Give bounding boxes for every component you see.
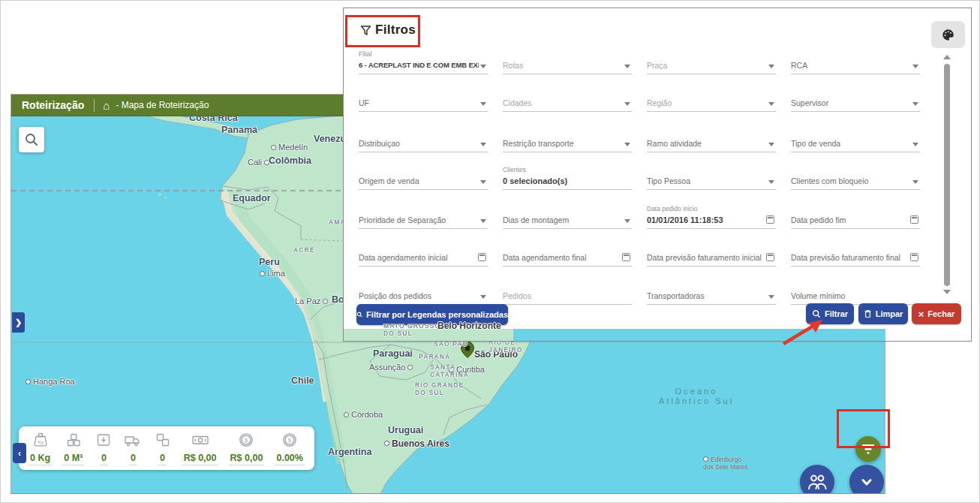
stat-0-00: $0.00% [275,431,304,465]
stat-r-0-00: R$ 0,00 [182,431,218,465]
dropdown-arrow-icon [480,219,486,223]
filter-field-rotas[interactable]: Rotas [503,52,632,74]
filter-field-uf[interactable]: UF [359,89,488,112]
dropdown-arrow-icon [480,295,486,299]
field-label: Filial [359,50,371,58]
dropdown-arrow-icon [768,295,774,299]
filter-field-tipo-pessoa[interactable]: Tipo Pessoa [647,167,776,190]
field-underline [647,152,776,152]
map-label-oceano-atlantico-sul: Oceano Atlântico Sul [659,387,734,405]
field-label: Clientes [503,166,526,173]
totals-bar: Kg0 Kg0 M³000R$ 0,00$R$ 0,00$0.00% [19,426,314,470]
calendar-icon [910,253,918,261]
field-underline [503,189,632,190]
left-drawer-toggle[interactable]: ❯ [12,312,25,333]
dropdown-arrow-icon [912,180,918,184]
dropdown-arrow-icon [480,143,486,146]
field-label: Data agendamento final [503,253,623,262]
filter-field-rca[interactable]: RCA [791,52,920,74]
field-label: Tipo Pessoa [647,176,767,185]
clients-fab[interactable] [800,465,834,493]
stat-value: R$ 0,00 [182,452,218,465]
filter-field-restricao-transporte[interactable]: Restrição transporte [503,130,632,152]
field-label: Clientes com bloqueio [791,176,911,185]
field-label: Praça [647,61,767,70]
map-label-lima: Lima [260,269,285,279]
map-label-santa-catarina: SANTA CATARINA [430,364,469,379]
filter-field-praca[interactable]: Praça [647,52,776,74]
scrollbar-up-arrow[interactable] [943,55,951,59]
annotation-box-filter-fab [837,409,890,448]
field-underline [503,266,632,267]
filter-field-transportadoras[interactable]: Transportadoras [647,282,776,305]
field-underline [791,189,920,190]
filter-field-posicao-dos-pedidos[interactable]: Posição dos pedidos [359,282,488,305]
filter-field-cidades[interactable]: Cidades [503,89,632,112]
map-label-equador: Equador [233,193,271,203]
map-label-acre: ACRE [293,247,315,255]
field-underline [503,111,632,112]
banknote-icon [191,431,210,452]
map-label-cordoba: Córdoba [344,410,383,420]
filter-field-ramo-atividade[interactable]: Ramo atividade [647,130,776,152]
map-search-button[interactable] [19,127,44,152]
stat-value: 0 [129,452,137,465]
palette-icon [942,29,954,41]
filter-field-data-agendamento-final[interactable]: Data agendamento final [503,244,632,267]
truck-icon [123,431,143,452]
map-label-hanga-roa: Hanga Roa [26,377,75,387]
field-label: Distribuiçao [359,139,479,148]
filter-field-distribuicao[interactable]: Distribuiçao [359,130,488,152]
filter-field-filial[interactable]: Filial6 - ACREPLAST IND E COM EMB EXP E … [359,52,488,74]
scrollbar-thumb[interactable] [944,64,950,286]
filter-field-pedidos[interactable]: Pedidos [503,282,632,305]
map-label-la-paz: La Paz [295,297,328,306]
collapse-fab[interactable] [849,465,884,493]
field-label: Restrição transporte [503,139,623,148]
close-panel-button[interactable]: × Fechar [912,303,961,324]
calendar-icon [478,253,486,261]
filter-field-data-previsao-faturamento-inicial[interactable]: Data previsão faturamento inicial [647,244,776,267]
filter-field-tipo-de-venda[interactable]: Tipo de venda [791,130,920,152]
field-label: Transportadoras [647,291,767,300]
filter-field-volume-minimo[interactable]: Volume mínimo [791,282,920,305]
filter-field-data-pedido-inicio[interactable]: Data pedido inicio01/01/2016 11:18:53 [647,206,776,229]
field-underline [359,228,488,229]
filter-field-clientes-com-bloqueio[interactable]: Clientes com bloqueio [791,167,920,190]
filter-field-data-previsao-faturamento-final[interactable]: Data previsão faturamento final [791,244,920,267]
map-label-argentina: Argentina [328,447,371,457]
field-label: Posição dos pedidos [359,291,479,300]
home-icon[interactable]: ⌂ [103,100,110,111]
filter-field-data-pedido-fim[interactable]: Data pedido fim [791,206,920,229]
filters-panel: Filtros Filial6 - ACREPLAST IND E COM EM… [343,8,972,342]
map-label-uruguai: Uruguai [388,425,423,435]
field-label: Data pedido inicio [647,205,698,212]
map-label-mato-grosso-do-sul: MATO GROSSO DO SUL [383,323,440,338]
filter-field-dias-de-montagem[interactable]: Dias de montagem [503,206,632,229]
stat-0: 0 [154,431,172,465]
filter-field-supervisor[interactable]: Supervisor [791,89,920,112]
field-label: Região [647,98,767,107]
stat-value: 0 Kg [29,452,52,465]
chevron-down-icon [857,472,876,492]
legend-colors-button[interactable] [931,21,965,48]
dropdown-arrow-icon [624,219,630,223]
field-label: Data previsão faturamento inicial [647,253,767,262]
dropdown-arrow-icon [768,102,774,106]
field-label: Supervisor [791,98,911,107]
clear-filters-button[interactable]: Limpar [858,303,908,324]
stat-0-kg: Kg0 Kg [29,431,52,465]
scrollbar-down-arrow[interactable] [943,290,951,294]
totals-bar-collapse-button[interactable]: ‹ [13,443,26,463]
map-label-paraguai: Paraguai [373,348,413,359]
close-icon: × [918,309,924,320]
filter-field-data-agendamento-inicial[interactable]: Data agendamento inicial [359,244,488,267]
field-label: Data previsão faturamento final [791,253,911,262]
field-underline [503,228,632,229]
filter-field-regiao[interactable]: Região [647,89,776,112]
field-label: Volume mínimo [791,291,911,300]
field-label: Origem de venda [359,176,479,185]
filter-field-clientes[interactable]: Clientes0 selecionado(s) [503,167,632,190]
filter-field-prioridade-de-separacao[interactable]: Prioridade de Separação [359,206,488,229]
filter-field-origem-de-venda[interactable]: Origem de venda [359,167,488,190]
